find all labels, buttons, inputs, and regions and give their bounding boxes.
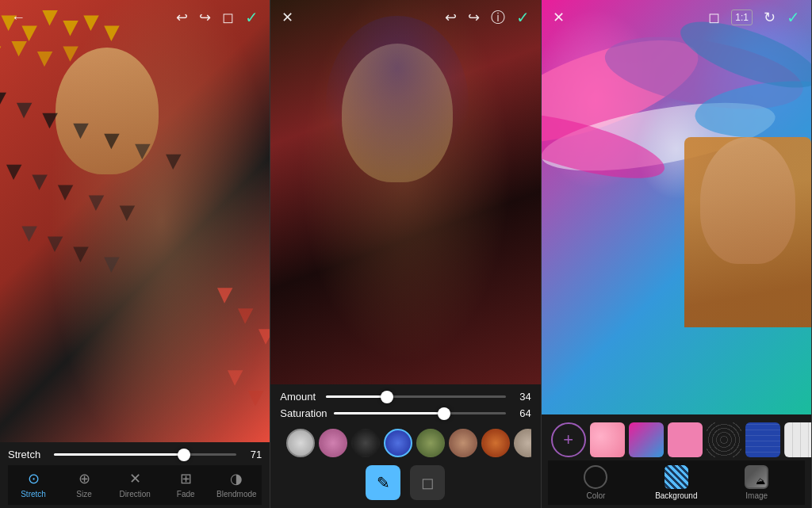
swatch-blue[interactable]: [384, 429, 412, 457]
face-overlay-2: [342, 44, 453, 182]
tab-color[interactable]: Color: [556, 465, 636, 500]
amount-thumb[interactable]: [381, 391, 393, 403]
swatch-olive[interactable]: [416, 429, 445, 457]
bg-thumb-6[interactable]: [784, 422, 812, 457]
panel3-topbar-right: ◻ 1:1 ↻ ✓: [708, 8, 800, 27]
subject-overlay: [684, 137, 811, 327]
eraser-button[interactable]: ◻: [410, 465, 445, 500]
panel2-info-button[interactable]: ⓘ: [491, 8, 505, 27]
direction-tool-label: Direction: [119, 490, 150, 498]
tab-image[interactable]: Image: [717, 465, 797, 500]
size-tool-label: Size: [76, 490, 91, 498]
svg-marker-32: [89, 196, 104, 211]
swatch-orange[interactable]: [481, 429, 510, 457]
svg-marker-8: [11, 41, 26, 56]
panel3-controls: + Color Background Image: [542, 414, 811, 508]
svg-marker-23: [17, 103, 32, 118]
svg-marker-35: [48, 236, 63, 251]
panel2-sliders: Amount 34 Saturation 64: [280, 391, 530, 419]
svg-marker-39: [238, 308, 253, 323]
panel1-topbar: ← ↩ ↪ ◻ ✓: [0, 0, 270, 35]
direction-icon: ✕: [129, 470, 141, 487]
color-tab-icon: [584, 465, 607, 489]
panel1-topbar-right: ↩ ↪ ◻ ✓: [176, 8, 259, 27]
amount-label: Amount: [280, 391, 320, 403]
swatch-black[interactable]: [351, 429, 380, 457]
saturation-value: 64: [512, 407, 531, 419]
panel3-photo: [542, 0, 811, 414]
svg-marker-38: [217, 288, 232, 303]
panel2-check-button[interactable]: ✓: [516, 8, 530, 27]
blendmode-tool-label: Blendmode: [216, 490, 257, 498]
panel2-controls: Amount 34 Saturation 64: [270, 384, 540, 508]
bg-thumb-4[interactable]: [707, 422, 741, 457]
action-buttons: ✎ ◻: [280, 460, 530, 505]
color-swatches: [280, 426, 530, 460]
color-tab-label: Color: [586, 491, 605, 500]
tool-size[interactable]: ⊕ Size: [59, 470, 109, 498]
svg-marker-29: [6, 165, 21, 180]
fade-icon: ⊞: [180, 470, 192, 487]
stretch-value: 71: [243, 449, 262, 460]
saturation-thumb[interactable]: [438, 407, 450, 420]
bg-thumb-2[interactable]: [629, 422, 664, 457]
brush-button[interactable]: ✎: [366, 465, 400, 500]
image-tab-icon: [745, 465, 768, 489]
background-tab-icon: [665, 465, 688, 489]
undo-button[interactable]: ↩: [176, 9, 188, 26]
svg-marker-7: [0, 46, 1, 61]
tool-fade[interactable]: ⊞ Fade: [160, 470, 211, 498]
saturation-track[interactable]: [334, 412, 506, 414]
tool-direction[interactable]: ✕ Direction: [109, 470, 160, 498]
background-tab-label: Background: [655, 491, 697, 500]
panel2-topbar-right: ↩ ↪ ⓘ ✓: [445, 8, 530, 27]
swatch-beige[interactable]: [514, 429, 530, 457]
add-background-button[interactable]: +: [551, 422, 586, 457]
panel2-close-button[interactable]: ✕: [282, 9, 293, 26]
swatch-silver[interactable]: [286, 429, 315, 457]
bg-thumb-5[interactable]: [745, 422, 780, 457]
bg-thumb-1[interactable]: [590, 422, 625, 457]
check-button[interactable]: ✓: [245, 8, 259, 27]
swatch-pink[interactable]: [319, 429, 347, 457]
panel2-undo-button[interactable]: ↩: [445, 9, 457, 26]
saturation-slider-row: Saturation 64: [280, 407, 530, 419]
panel3-check-button[interactable]: ✓: [787, 8, 800, 27]
panel3-ratio-button[interactable]: 1:1: [731, 10, 753, 25]
tool-blendmode[interactable]: ◑ Blendmode: [211, 470, 262, 498]
redo-button[interactable]: ↪: [199, 9, 211, 26]
svg-marker-37: [104, 257, 119, 272]
eraser-icon[interactable]: ◻: [222, 9, 234, 26]
svg-marker-42: [228, 370, 243, 385]
panel3-rotate-button[interactable]: ↻: [764, 9, 776, 26]
saturation-fill: [334, 412, 444, 414]
svg-marker-28: [166, 155, 181, 170]
back-button[interactable]: ←: [11, 10, 25, 26]
bg-thumb-3[interactable]: [668, 422, 703, 457]
tab-background[interactable]: Background: [636, 465, 716, 500]
panel-3: ✕ ◻ 1:1 ↻ ✓: [542, 0, 812, 508]
svg-marker-36: [73, 246, 88, 262]
panel3-topbar: ✕ ◻ 1:1 ↻ ✓: [542, 0, 811, 35]
blendmode-icon: ◑: [230, 470, 243, 487]
svg-marker-43: [248, 391, 263, 406]
swatch-brown[interactable]: [449, 429, 477, 457]
stretch-track[interactable]: [54, 453, 236, 456]
tool-stretch[interactable]: ⊙ Stretch: [8, 470, 59, 498]
panel1-image: [0, 0, 270, 442]
svg-marker-9: [37, 52, 52, 67]
panel3-close-button[interactable]: ✕: [553, 9, 565, 26]
stretch-slider-row: Stretch 71: [8, 449, 262, 460]
stretch-icon: ⊙: [28, 470, 40, 487]
image-tab-label: Image: [745, 491, 768, 500]
svg-marker-40: [259, 329, 270, 344]
subject-face: [700, 137, 795, 264]
panel2-topbar: ✕ ↩ ↪ ⓘ ✓: [270, 0, 540, 35]
panel2-redo-button[interactable]: ↪: [468, 9, 480, 26]
amount-track[interactable]: [326, 395, 505, 398]
stretch-thumb[interactable]: [178, 449, 190, 461]
size-icon: ⊕: [79, 470, 90, 487]
panel3-eraser-button[interactable]: ◻: [708, 9, 720, 26]
svg-marker-22: [0, 93, 6, 108]
svg-marker-34: [21, 226, 36, 241]
